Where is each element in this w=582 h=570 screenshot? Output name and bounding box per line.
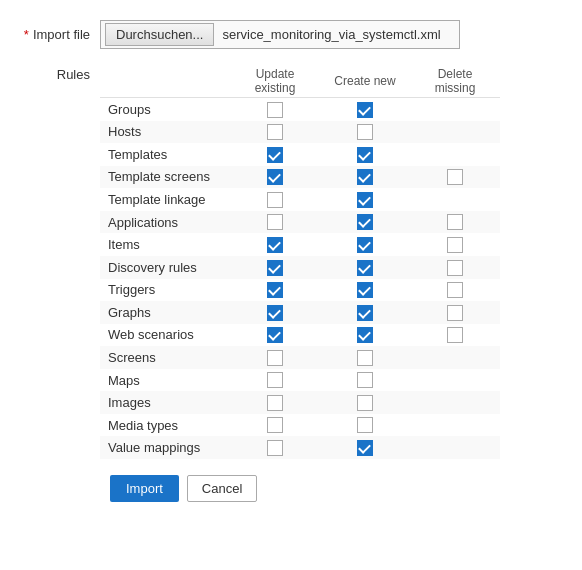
checkbox-update-triggers[interactable]	[230, 279, 320, 302]
checkbox-create-template_screens[interactable]	[320, 166, 410, 189]
checkbox-update-icon-template_screens[interactable]	[267, 169, 283, 185]
checkbox-delete-media_types[interactable]	[410, 414, 500, 437]
checkbox-delete-icon-applications[interactable]	[447, 214, 463, 230]
checkbox-update-icon-screens[interactable]	[267, 350, 283, 366]
table-row: Triggers	[100, 279, 500, 302]
checkbox-create-graphs[interactable]	[320, 301, 410, 324]
cancel-button[interactable]: Cancel	[187, 475, 257, 502]
checkbox-delete-icon-web_scenarios[interactable]	[447, 327, 463, 343]
checkbox-update-images[interactable]	[230, 391, 320, 414]
checkbox-update-icon-discovery_rules[interactable]	[267, 260, 283, 276]
col-header-create: Create new	[320, 65, 410, 98]
checkbox-create-icon-graphs[interactable]	[357, 305, 373, 321]
row-label-hosts: Hosts	[100, 121, 230, 144]
checkbox-delete-graphs[interactable]	[410, 301, 500, 324]
checkbox-update-template_linkage[interactable]	[230, 188, 320, 211]
checkbox-delete-template_screens[interactable]	[410, 166, 500, 189]
checkbox-delete-groups[interactable]	[410, 98, 500, 121]
checkbox-create-groups[interactable]	[320, 98, 410, 121]
checkbox-update-icon-applications[interactable]	[267, 214, 283, 230]
checkbox-delete-images[interactable]	[410, 391, 500, 414]
checkbox-delete-web_scenarios[interactable]	[410, 324, 500, 347]
browse-button[interactable]: Durchsuchen...	[105, 23, 214, 46]
checkbox-create-icon-discovery_rules[interactable]	[357, 260, 373, 276]
checkbox-delete-icon-triggers[interactable]	[447, 282, 463, 298]
checkbox-update-icon-value_mappings[interactable]	[267, 440, 283, 456]
checkbox-create-icon-value_mappings[interactable]	[357, 440, 373, 456]
checkbox-update-applications[interactable]	[230, 211, 320, 234]
checkbox-update-icon-maps[interactable]	[267, 372, 283, 388]
checkbox-update-icon-template_linkage[interactable]	[267, 192, 283, 208]
checkbox-update-icon-media_types[interactable]	[267, 417, 283, 433]
checkbox-delete-templates[interactable]	[410, 143, 500, 166]
checkbox-update-hosts[interactable]	[230, 121, 320, 144]
checkbox-delete-icon-template_screens[interactable]	[447, 169, 463, 185]
checkbox-create-icon-template_screens[interactable]	[357, 169, 373, 185]
checkbox-update-media_types[interactable]	[230, 414, 320, 437]
checkbox-create-items[interactable]	[320, 233, 410, 256]
checkbox-update-icon-groups[interactable]	[267, 102, 283, 118]
table-row: Applications	[100, 211, 500, 234]
checkbox-create-icon-items[interactable]	[357, 237, 373, 253]
col-header-row-label	[100, 65, 230, 98]
checkbox-create-icon-hosts[interactable]	[357, 124, 373, 140]
checkbox-delete-triggers[interactable]	[410, 279, 500, 302]
checkbox-create-discovery_rules[interactable]	[320, 256, 410, 279]
checkbox-update-icon-web_scenarios[interactable]	[267, 327, 283, 343]
checkbox-update-screens[interactable]	[230, 346, 320, 369]
row-label-template_linkage: Template linkage	[100, 188, 230, 211]
rules-table: Update existing Create new Delete missin…	[100, 65, 500, 459]
checkbox-create-icon-templates[interactable]	[357, 147, 373, 163]
checkbox-delete-maps[interactable]	[410, 369, 500, 392]
checkbox-create-templates[interactable]	[320, 143, 410, 166]
checkbox-delete-screens[interactable]	[410, 346, 500, 369]
checkbox-create-icon-images[interactable]	[357, 395, 373, 411]
checkbox-update-items[interactable]	[230, 233, 320, 256]
checkbox-create-icon-web_scenarios[interactable]	[357, 327, 373, 343]
checkbox-update-web_scenarios[interactable]	[230, 324, 320, 347]
checkbox-create-media_types[interactable]	[320, 414, 410, 437]
checkbox-update-icon-templates[interactable]	[267, 147, 283, 163]
checkbox-update-groups[interactable]	[230, 98, 320, 121]
checkbox-delete-icon-discovery_rules[interactable]	[447, 260, 463, 276]
checkbox-delete-items[interactable]	[410, 233, 500, 256]
checkbox-create-icon-template_linkage[interactable]	[357, 192, 373, 208]
checkbox-delete-icon-graphs[interactable]	[447, 305, 463, 321]
checkbox-create-images[interactable]	[320, 391, 410, 414]
checkbox-update-template_screens[interactable]	[230, 166, 320, 189]
checkbox-delete-discovery_rules[interactable]	[410, 256, 500, 279]
checkbox-update-discovery_rules[interactable]	[230, 256, 320, 279]
checkbox-delete-hosts[interactable]	[410, 121, 500, 144]
checkbox-update-icon-triggers[interactable]	[267, 282, 283, 298]
import-button[interactable]: Import	[110, 475, 179, 502]
checkbox-update-graphs[interactable]	[230, 301, 320, 324]
checkbox-update-icon-hosts[interactable]	[267, 124, 283, 140]
checkbox-create-web_scenarios[interactable]	[320, 324, 410, 347]
checkbox-create-screens[interactable]	[320, 346, 410, 369]
checkbox-create-maps[interactable]	[320, 369, 410, 392]
checkbox-delete-applications[interactable]	[410, 211, 500, 234]
checkbox-update-icon-items[interactable]	[267, 237, 283, 253]
checkbox-create-icon-applications[interactable]	[357, 214, 373, 230]
checkbox-update-value_mappings[interactable]	[230, 436, 320, 459]
checkbox-delete-template_linkage[interactable]	[410, 188, 500, 211]
checkbox-create-icon-groups[interactable]	[357, 102, 373, 118]
checkbox-create-hosts[interactable]	[320, 121, 410, 144]
checkbox-create-applications[interactable]	[320, 211, 410, 234]
row-label-templates: Templates	[100, 143, 230, 166]
checkbox-update-icon-graphs[interactable]	[267, 305, 283, 321]
checkbox-create-triggers[interactable]	[320, 279, 410, 302]
checkbox-create-template_linkage[interactable]	[320, 188, 410, 211]
checkbox-create-value_mappings[interactable]	[320, 436, 410, 459]
checkbox-update-maps[interactable]	[230, 369, 320, 392]
checkbox-create-icon-triggers[interactable]	[357, 282, 373, 298]
row-label-items: Items	[100, 233, 230, 256]
checkbox-create-icon-screens[interactable]	[357, 350, 373, 366]
checkbox-update-icon-images[interactable]	[267, 395, 283, 411]
checkbox-delete-value_mappings[interactable]	[410, 436, 500, 459]
checkbox-delete-icon-items[interactable]	[447, 237, 463, 253]
checkbox-create-icon-maps[interactable]	[357, 372, 373, 388]
checkbox-create-icon-media_types[interactable]	[357, 417, 373, 433]
rules-table-wrapper: Update existing Create new Delete missin…	[100, 65, 562, 459]
checkbox-update-templates[interactable]	[230, 143, 320, 166]
